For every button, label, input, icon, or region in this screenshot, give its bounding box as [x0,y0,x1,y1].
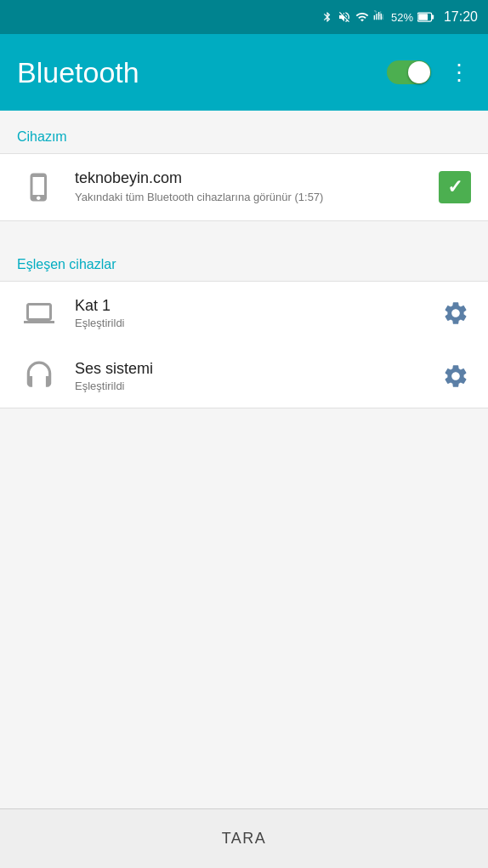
bluetooth-toggle[interactable] [387,60,431,84]
headphones-icon [22,360,56,392]
toggle-track[interactable] [387,60,431,84]
my-device-section-title: Cihazım [17,129,67,144]
laptop-icon-wrap [17,298,61,328]
paired-device-name-1: Ses sistemi [75,360,440,378]
visibility-checkbox[interactable]: ✓ [439,171,471,203]
mute-status-icon [338,10,351,24]
paired-device-status-1: Eşleştirildi [75,380,440,392]
status-time: 17:20 [444,9,478,25]
paired-section-header: Eşleşen cihazlar [0,238,488,281]
wifi-status-icon [355,10,369,24]
toggle-thumb [408,61,430,83]
my-device-name: teknobeyin.com [75,169,439,187]
spacer [0,221,488,238]
svg-rect-2 [432,15,434,20]
bottom-bar: TARA [0,808,488,868]
paired-device-status-0: Eşleştirildi [75,317,440,329]
bluetooth-status-icon [321,9,333,25]
content-area: Cihazım teknobeyin.com Yakındaki tüm Blu… [0,111,488,808]
my-device-status: Yakındaki tüm Bluetooth cihazlarına görü… [75,191,439,205]
paired-device-settings-1[interactable] [440,361,471,391]
battery-percentage: 52% [391,11,413,24]
scan-button[interactable]: TARA [222,830,267,848]
gear-icon-1 [442,363,469,390]
paired-device-item-0[interactable]: Kat 1 Eşleştirildi [0,281,488,345]
paired-device-info-0: Kat 1 Eşleştirildi [75,297,440,329]
more-options-icon[interactable]: ⋮ [448,60,471,86]
my-device-item[interactable]: teknobeyin.com Yakındaki tüm Bluetooth c… [0,153,488,221]
my-device-info: teknobeyin.com Yakındaki tüm Bluetooth c… [75,169,439,205]
paired-device-name-0: Kat 1 [75,297,440,315]
signal-status-icon [373,10,387,24]
check-mark-icon: ✓ [447,176,462,198]
svg-rect-1 [418,14,428,20]
laptop-icon [20,298,58,328]
status-icons: 52% 17:20 [321,9,478,25]
paired-device-item-1[interactable]: Ses sistemi Eşleştirildi [0,345,488,408]
paired-device-settings-0[interactable] [440,298,471,328]
app-bar-title: Bluetooth [17,56,387,89]
headphones-icon-wrap [17,360,61,392]
phone-icon [24,170,54,204]
paired-section-title: Eşleşen cihazlar [17,257,116,271]
gear-icon-0 [442,300,469,327]
paired-device-info-1: Ses sistemi Eşleştirildi [75,360,440,392]
app-bar: Bluetooth ⋮ [0,34,488,111]
my-device-icon-wrap [17,170,61,204]
status-bar: 52% 17:20 [0,0,488,34]
my-device-section-header: Cihazım [0,111,488,153]
battery-status-icon [417,11,434,23]
